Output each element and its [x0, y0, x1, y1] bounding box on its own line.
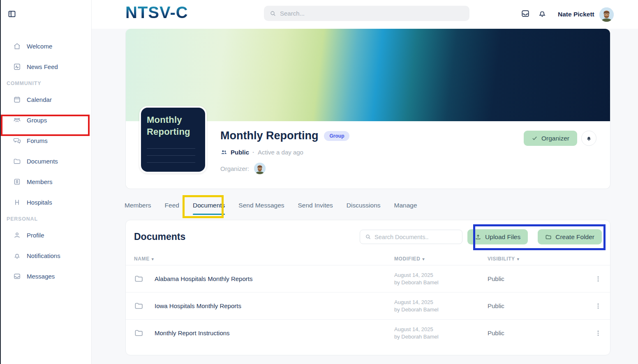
- tab-send-messages[interactable]: Send Messages: [238, 199, 284, 215]
- group-tile-decoration: [147, 142, 199, 165]
- kebab-menu-icon[interactable]: [594, 275, 602, 283]
- sidebar-item-label: Calendar: [27, 96, 52, 103]
- sort-arrow-icon[interactable]: ▾: [422, 257, 425, 261]
- tab-send-invites[interactable]: Send Invites: [298, 199, 333, 215]
- sidebar-item-welcome[interactable]: Welcome: [0, 38, 91, 54]
- documents-title: Documents: [134, 231, 185, 242]
- document-modified: August 14, 2025 by Deborah Bamel: [394, 272, 488, 286]
- meta-separator: ·: [252, 149, 254, 156]
- upload-button-label: Upload Files: [485, 233, 520, 241]
- group-tabs: Members Feed Documents Send Messages Sen…: [125, 199, 417, 215]
- group-notifications-button[interactable]: [581, 131, 596, 146]
- sidebar-item-notifications[interactable]: Notifications: [0, 247, 91, 264]
- sort-arrow-icon[interactable]: ▾: [152, 257, 154, 261]
- user-menu[interactable]: Nate Pickett: [558, 0, 614, 29]
- sidebar-item-label: Welcome: [27, 43, 52, 50]
- app-logo[interactable]: NTSV-C: [125, 3, 188, 22]
- groups-icon: [13, 116, 21, 124]
- document-name[interactable]: Iowa Hospitals Monthly Reports: [155, 302, 394, 309]
- sidebar-item-documents[interactable]: Documents: [0, 153, 91, 169]
- group-title: Monthly Reporting: [220, 129, 318, 142]
- organizer-avatar[interactable]: [254, 163, 266, 174]
- group-tile-title: Monthly Reporting: [147, 114, 199, 138]
- top-header: NTSV-C Nate Pickett: [92, 0, 638, 29]
- tab-feed[interactable]: Feed: [165, 199, 179, 215]
- sidebar-item-news-feed[interactable]: News Feed: [0, 58, 91, 75]
- sidebar-item-forums[interactable]: Forums: [0, 132, 91, 149]
- kebab-menu-icon[interactable]: [594, 302, 602, 310]
- main-content: Monthly Reporting Monthly Reporting Grou…: [92, 29, 638, 364]
- sidebar-item-label: Documents: [27, 158, 58, 165]
- documents-search-input[interactable]: [374, 234, 457, 240]
- group-actions: Organizer: [524, 131, 596, 146]
- profile-icon: [13, 231, 21, 239]
- search-icon: [270, 10, 276, 17]
- upload-files-button[interactable]: Upload Files: [467, 229, 528, 244]
- sidebar-item-groups[interactable]: Groups: [0, 112, 91, 128]
- activity-icon: [13, 63, 21, 71]
- kebab-menu-icon[interactable]: [594, 329, 602, 337]
- tab-discussions[interactable]: Discussions: [347, 199, 381, 215]
- check-icon: [532, 135, 538, 141]
- document-visibility: Public: [488, 302, 590, 309]
- sidebar-item-profile[interactable]: Profile: [0, 227, 91, 243]
- calendar-icon: [13, 96, 21, 104]
- inbox-icon: [13, 272, 21, 280]
- folder-icon: [134, 328, 143, 338]
- inbox-tray-icon[interactable]: [521, 9, 530, 18]
- forums-icon: [13, 137, 21, 145]
- column-header-modified[interactable]: MODIFIED ▾: [394, 256, 488, 262]
- group-privacy: Public: [231, 149, 249, 156]
- column-header-name[interactable]: NAME ▾: [134, 256, 394, 262]
- document-visibility: Public: [488, 275, 590, 282]
- folder-icon: [134, 274, 143, 283]
- create-folder-button[interactable]: Create Folder: [538, 229, 602, 244]
- sidebar-item-label: News Feed: [27, 63, 58, 70]
- notifications-bell-icon[interactable]: [538, 9, 547, 18]
- home-icon: [13, 42, 21, 50]
- sidebar-item-label: Messages: [27, 273, 55, 280]
- documents-panel: Documents Upload Files Create Folder NAM…: [125, 220, 610, 355]
- global-search[interactable]: [264, 6, 469, 21]
- global-search-input[interactable]: [280, 10, 464, 17]
- document-name[interactable]: Alabama Hospitals Monthly Reports: [155, 275, 394, 282]
- organizer-button-label: Organizer: [541, 135, 569, 142]
- organizer-status-button[interactable]: Organizer: [524, 131, 577, 146]
- sidebar-item-label: Profile: [27, 232, 44, 239]
- document-visibility: Public: [488, 329, 590, 336]
- sidebar-item-label: Forums: [27, 137, 48, 144]
- sidebar-toggle-icon[interactable]: [8, 10, 16, 18]
- organizer-label: Organizer:: [220, 165, 249, 172]
- tab-manage[interactable]: Manage: [394, 199, 417, 215]
- table-row[interactable]: Iowa Hospitals Monthly Reports August 14…: [126, 292, 610, 319]
- public-users-icon: [220, 149, 227, 156]
- sidebar-item-messages[interactable]: Messages: [0, 268, 91, 284]
- window-left-edge: [0, 0, 1, 364]
- folder-icon: [545, 234, 552, 240]
- user-name: Nate Pickett: [558, 11, 594, 18]
- group-avatar-tile[interactable]: Monthly Reporting: [139, 106, 207, 173]
- document-name[interactable]: Monthly Report Instructions: [155, 329, 394, 336]
- document-modified: August 14, 2025 by Deborah Bamel: [394, 299, 488, 313]
- sidebar-item-label: Notifications: [27, 252, 60, 259]
- sort-arrow-icon[interactable]: ▾: [517, 257, 520, 261]
- upload-icon: [475, 234, 481, 240]
- tab-members[interactable]: Members: [125, 199, 151, 215]
- sidebar-item-calendar[interactable]: Calendar: [0, 91, 91, 108]
- column-header-visibility[interactable]: VISIBILITY ▾: [488, 256, 590, 262]
- sidebar-item-label: Groups: [27, 117, 47, 124]
- sidebar-item-hospitals[interactable]: Hospitals: [0, 194, 91, 210]
- user-avatar[interactable]: [599, 7, 614, 22]
- documents-header: Documents Upload Files Create Folder: [126, 220, 610, 244]
- documents-search[interactable]: [360, 230, 462, 244]
- sidebar-section-community: COMMUNITY: [0, 81, 91, 86]
- group-activity: Active a day ago: [258, 149, 303, 156]
- table-row[interactable]: Monthly Report Instructions August 14, 2…: [126, 319, 610, 346]
- document-modified: August 14, 2025 by Deborah Bamel: [394, 326, 488, 340]
- folder-icon: [134, 301, 143, 311]
- group-organizer-row: Organizer:: [220, 163, 349, 174]
- group-info: Monthly Reporting Group Public · Active …: [220, 129, 349, 174]
- table-row[interactable]: Alabama Hospitals Monthly Reports August…: [126, 265, 610, 292]
- sidebar-item-members[interactable]: Members: [0, 173, 91, 190]
- tab-documents[interactable]: Documents: [193, 199, 225, 215]
